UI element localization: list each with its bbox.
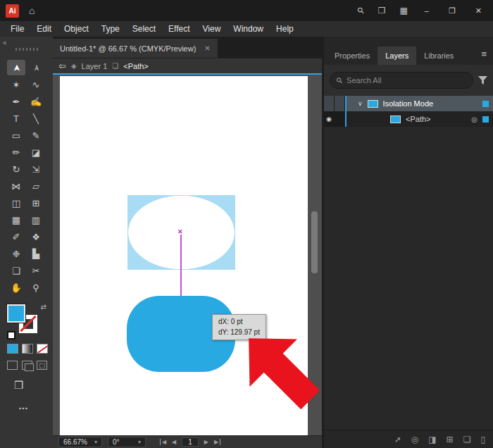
menu-view[interactable]: View — [196, 23, 227, 35]
collect-for-export-icon[interactable]: ➚ — [394, 435, 401, 444]
layer-row-path[interactable]: ◉ <Path> ◎ — [324, 111, 493, 127]
gradient-tool[interactable]: ▥ — [27, 212, 45, 228]
breadcrumb-layer[interactable]: Layer 1 — [82, 62, 108, 70]
rectangle-tool[interactable]: ▭ — [7, 127, 25, 143]
panel-menu-icon[interactable]: ≡ — [481, 49, 487, 59]
tab-properties[interactable]: Properties — [327, 46, 377, 65]
selection-color-chip[interactable] — [482, 116, 489, 123]
free-transform-tool[interactable]: ▱ — [27, 178, 45, 194]
swap-fill-stroke-icon[interactable]: ⇄ — [41, 303, 46, 311]
last-artboard-button[interactable]: ▶ — [214, 439, 220, 445]
menu-help[interactable]: Help — [270, 23, 300, 35]
menu-window[interactable]: Window — [227, 23, 270, 35]
menu-type[interactable]: Type — [95, 23, 126, 35]
illustrator-logo[interactable]: Ai — [6, 4, 19, 18]
target-icon[interactable]: ◎ — [471, 116, 478, 123]
filter-icon[interactable] — [478, 76, 487, 85]
width-tool[interactable]: ⋈ — [7, 178, 25, 194]
new-layer-icon[interactable]: ❏ — [463, 435, 471, 444]
search-input[interactable]: ⚲ — [330, 72, 473, 89]
first-artboard-button[interactable]: ◀ — [160, 439, 166, 445]
zoom-select[interactable]: 66.67% ▾ — [58, 437, 102, 447]
home-icon[interactable]: ⌂ — [29, 5, 35, 16]
close-button[interactable]: ✕ — [473, 6, 485, 15]
search-icon[interactable]: ⚲ — [355, 5, 366, 16]
create-sublayer-icon[interactable]: ⊞ — [447, 435, 454, 444]
fill-swatch[interactable] — [7, 304, 25, 323]
shape-builder-tool[interactable]: ◫ — [7, 195, 25, 211]
collapse-panel-icon[interactable]: « — [3, 39, 7, 46]
layer-name[interactable]: Isolation Mode — [383, 99, 434, 108]
exit-isolation-icon[interactable]: ⇦ — [58, 61, 66, 71]
artboard-number-input[interactable]: 1 — [182, 437, 199, 447]
draw-inside-button[interactable] — [37, 361, 47, 370]
menu-effect[interactable]: Effect — [162, 23, 196, 35]
menu-file[interactable]: File — [4, 23, 30, 35]
search-input-field[interactable] — [347, 76, 466, 85]
paintbrush-tool[interactable]: ✎ — [27, 127, 45, 143]
tooltip-dx: dX: 0 pt — [218, 317, 260, 328]
default-fill-stroke-icon[interactable] — [7, 331, 15, 340]
chevron-down-icon[interactable]: ∨ — [358, 100, 363, 107]
tab-libraries[interactable]: Libraries — [416, 46, 461, 65]
type-tool[interactable]: T — [7, 111, 25, 126]
canvas[interactable]: ✕ ✕ dX: 0 pt dY: 129.97 pt — [53, 75, 322, 435]
lock-cell[interactable] — [335, 111, 345, 127]
layer-name[interactable]: <Path> — [406, 115, 430, 123]
layer-thumbnail[interactable] — [390, 116, 401, 123]
menu-select[interactable]: Select — [126, 23, 162, 35]
lasso-tool[interactable]: ∿ — [27, 77, 45, 92]
eraser-tool[interactable]: ◪ — [27, 144, 45, 160]
workspace-switcher-icon[interactable]: ▦ — [399, 6, 407, 15]
rotate-tool[interactable]: ↻ — [7, 161, 25, 177]
breadcrumb-path[interactable]: <Path> — [123, 62, 148, 70]
rotation-select[interactable]: 0° ▾ — [108, 437, 146, 447]
mesh-tool[interactable]: ▦ — [7, 212, 25, 228]
none-button[interactable] — [37, 344, 48, 354]
next-artboard-button[interactable]: ▶ — [204, 439, 208, 445]
layer-row-isolation-mode[interactable]: ∨ Isolation Mode — [324, 96, 493, 111]
artboard-tool[interactable]: ❑ — [7, 263, 25, 278]
locate-object-icon[interactable]: ◎ — [411, 435, 418, 444]
perspective-grid-tool[interactable]: ⊞ — [27, 195, 45, 211]
document-tab[interactable]: Untitled-1* @ 66.67 % (CMYK/Preview) ✕ — [53, 39, 218, 58]
make-clipping-mask-icon[interactable]: ◨ — [428, 435, 436, 444]
pencil-tool[interactable]: ✏ — [7, 144, 25, 160]
draw-normal-button[interactable] — [7, 361, 18, 370]
zoom-tool[interactable]: ⚲ — [27, 280, 45, 295]
menu-object[interactable]: Object — [58, 23, 95, 35]
visibility-cell[interactable] — [324, 96, 335, 111]
scale-tool[interactable]: ⇲ — [27, 161, 45, 177]
menu-edit[interactable]: Edit — [30, 23, 58, 35]
blend-tool[interactable]: ❖ — [27, 229, 45, 244]
slice-tool[interactable]: ✂ — [27, 263, 45, 278]
edit-toolbar-button[interactable]: … — [18, 400, 29, 411]
lock-cell[interactable] — [335, 96, 345, 111]
vertical-scrollbar[interactable] — [311, 211, 318, 273]
gradient-button[interactable] — [22, 344, 33, 354]
draw-behind-button[interactable] — [22, 361, 32, 370]
tab-layers[interactable]: Layers — [377, 46, 416, 65]
panel-grip[interactable] — [15, 48, 38, 51]
magic-wand-tool[interactable]: ✶ — [7, 77, 25, 92]
curvature-tool[interactable]: ✍ — [27, 94, 45, 109]
symbol-sprayer-tool[interactable]: ❉ — [7, 246, 25, 261]
color-button[interactable] — [7, 344, 18, 354]
selection-tool[interactable]: ➤ — [7, 60, 25, 75]
maximize-button[interactable]: ❐ — [446, 6, 458, 15]
arrange-documents-icon[interactable]: ❒ — [378, 6, 386, 15]
close-document-icon[interactable]: ✕ — [204, 44, 210, 52]
previous-artboard-button[interactable]: ◀ — [172, 439, 176, 445]
selection-color-chip[interactable] — [482, 101, 489, 107]
line-tool[interactable]: ╲ — [27, 111, 45, 126]
screen-mode-button[interactable]: ❒ — [14, 379, 23, 392]
hand-tool[interactable]: ✋ — [7, 280, 25, 295]
layer-thumbnail[interactable] — [368, 100, 378, 108]
delete-selection-icon[interactable]: ▯ — [480, 435, 485, 444]
eyedropper-tool[interactable]: ✐ — [7, 229, 25, 244]
minimize-button[interactable]: – — [422, 6, 432, 15]
eye-icon[interactable]: ◉ — [324, 111, 335, 127]
pen-tool[interactable]: ✒ — [7, 94, 25, 109]
column-graph-tool[interactable]: ▙ — [27, 246, 45, 261]
direct-selection-tool[interactable]: ➢ — [27, 60, 45, 75]
